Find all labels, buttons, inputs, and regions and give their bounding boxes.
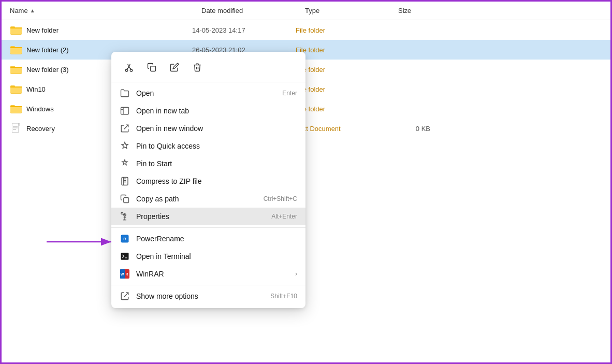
context-menu: Open Enter Open in new tab bbox=[111, 52, 305, 308]
svg-text:W: W bbox=[121, 272, 124, 276]
file-name: New folder bbox=[26, 26, 192, 34]
svg-text:R: R bbox=[123, 237, 126, 241]
svg-point-38 bbox=[121, 212, 123, 214]
file-type: File folder bbox=[296, 46, 389, 54]
copy-as-path-label: Copy as path bbox=[136, 195, 257, 203]
compress-zip-icon bbox=[120, 176, 130, 186]
col-date-header[interactable]: Date modified bbox=[201, 7, 305, 14]
pin-start-menu-item[interactable]: Pin to Start bbox=[111, 155, 305, 172]
context-menu-divider bbox=[111, 227, 305, 228]
properties-shortcut: Alt+Enter bbox=[271, 213, 297, 220]
svg-rect-7 bbox=[10, 47, 22, 48]
svg-rect-11 bbox=[10, 67, 22, 68]
table-row[interactable]: New folder (3) File folder bbox=[2, 60, 610, 79]
col-type-header[interactable]: Type bbox=[305, 7, 398, 14]
copy-as-path-shortcut: Ctrl+Shift+C bbox=[264, 195, 297, 202]
file-type: File folder bbox=[296, 105, 389, 113]
open-new-window-menu-item[interactable]: Open in new window bbox=[111, 120, 305, 137]
svg-rect-29 bbox=[151, 66, 156, 71]
open-new-tab-label: Open in new tab bbox=[136, 107, 297, 115]
file-explorer: Name ▲ Date modified Type Size New fol bbox=[2, 2, 610, 362]
show-more-options-icon bbox=[120, 291, 130, 301]
open-shortcut: Enter bbox=[282, 90, 297, 97]
svg-rect-30 bbox=[121, 107, 129, 114]
col-name-label: Name bbox=[10, 7, 28, 14]
power-rename-label: PowerRename bbox=[136, 235, 297, 243]
power-rename-menu-item[interactable]: R PowerRename bbox=[111, 230, 305, 247]
table-row[interactable]: New folder 14-05-2023 14:17 File folder bbox=[2, 20, 610, 40]
pin-start-icon bbox=[120, 158, 130, 169]
show-more-options-shortcut: Shift+F10 bbox=[270, 293, 297, 300]
file-list: New folder 14-05-2023 14:17 File folder … bbox=[2, 20, 610, 362]
properties-icon bbox=[120, 211, 130, 222]
file-date: 14-05-2023 14:17 bbox=[192, 26, 296, 34]
col-name-header[interactable]: Name ▲ bbox=[10, 7, 201, 14]
file-type: Text Document bbox=[296, 125, 389, 133]
column-headers: Name ▲ Date modified Type Size bbox=[2, 2, 610, 20]
svg-rect-21 bbox=[19, 123, 20, 125]
text-file-icon bbox=[10, 123, 22, 134]
open-new-tab-icon bbox=[120, 106, 130, 116]
pin-quick-access-menu-item[interactable]: Pin to Quick access bbox=[111, 137, 305, 155]
table-row[interactable]: New folder (2) 26-05-2023 21:02 File fol… bbox=[2, 40, 610, 60]
file-size: 0 KB bbox=[389, 125, 441, 133]
open-terminal-icon bbox=[120, 251, 130, 261]
properties-label: Properties bbox=[136, 212, 265, 221]
file-type: File folder bbox=[296, 26, 389, 34]
rename-button[interactable] bbox=[165, 58, 184, 77]
svg-text:R: R bbox=[125, 272, 128, 276]
table-row[interactable]: Windows File folder bbox=[2, 99, 610, 119]
svg-rect-36 bbox=[124, 198, 129, 203]
power-rename-icon: R bbox=[120, 234, 130, 244]
copy-as-path-menu-item[interactable]: Copy as path Ctrl+Shift+C bbox=[111, 190, 305, 208]
winrar-icon: W R bbox=[120, 269, 130, 279]
svg-rect-19 bbox=[10, 106, 22, 107]
sort-arrow-icon: ▲ bbox=[30, 8, 35, 13]
winrar-menu-item[interactable]: W R WinRAR › bbox=[111, 265, 305, 283]
properties-menu-item[interactable]: Properties Alt+Enter bbox=[111, 208, 305, 225]
table-row[interactable]: Win10 File folder bbox=[2, 79, 610, 99]
open-new-tab-menu-item[interactable]: Open in new tab bbox=[111, 102, 305, 120]
open-terminal-menu-item[interactable]: Open in Terminal bbox=[111, 247, 305, 265]
open-label: Open bbox=[136, 89, 276, 97]
folder-icon bbox=[10, 64, 22, 75]
copy-as-path-icon bbox=[120, 194, 130, 204]
copy-button[interactable] bbox=[142, 58, 161, 77]
winrar-label: WinRAR bbox=[136, 270, 289, 278]
show-more-options-menu-item[interactable]: Show more options Shift+F10 bbox=[111, 287, 305, 305]
winrar-submenu-arrow: › bbox=[295, 270, 297, 278]
svg-rect-41 bbox=[121, 253, 129, 260]
file-type: File folder bbox=[296, 66, 389, 74]
svg-rect-31 bbox=[122, 178, 128, 185]
show-more-options-label: Show more options bbox=[136, 292, 264, 300]
open-new-window-icon bbox=[120, 123, 130, 134]
file-type: File folder bbox=[296, 85, 389, 93]
pin-start-label: Pin to Start bbox=[136, 159, 297, 168]
open-new-window-label: Open in new window bbox=[136, 124, 297, 133]
open-icon bbox=[120, 88, 130, 98]
folder-icon bbox=[10, 45, 22, 55]
table-row[interactable]: Recovery Text Document 0 KB bbox=[2, 119, 610, 138]
pin-quick-access-icon bbox=[120, 141, 130, 151]
svg-rect-3 bbox=[10, 27, 22, 28]
context-menu-toolbar bbox=[111, 55, 305, 82]
folder-icon bbox=[10, 84, 22, 94]
folder-icon bbox=[10, 104, 22, 114]
context-menu-divider-2 bbox=[111, 285, 305, 285]
open-terminal-label: Open in Terminal bbox=[136, 252, 297, 260]
delete-button[interactable] bbox=[188, 58, 207, 77]
compress-zip-label: Compress to ZIP file bbox=[136, 177, 297, 185]
svg-rect-15 bbox=[10, 86, 22, 88]
open-menu-item[interactable]: Open Enter bbox=[111, 84, 305, 102]
folder-icon bbox=[10, 25, 22, 35]
compress-zip-menu-item[interactable]: Compress to ZIP file bbox=[111, 172, 305, 190]
col-size-header[interactable]: Size bbox=[398, 7, 450, 14]
cut-button[interactable] bbox=[120, 58, 138, 77]
pin-quick-access-label: Pin to Quick access bbox=[136, 142, 297, 150]
